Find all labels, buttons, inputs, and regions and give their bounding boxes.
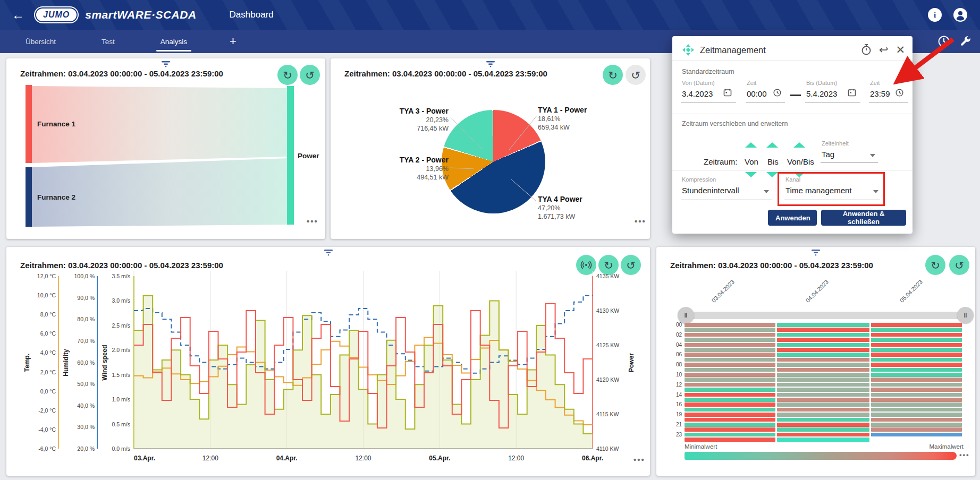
timer-icon[interactable]: [861, 44, 872, 55]
heatmap-cell[interactable]: [871, 413, 962, 417]
filter-icon[interactable]: [485, 60, 496, 67]
undo-icon[interactable]: ↩: [879, 44, 889, 55]
bis-zeit-input[interactable]: 23:59: [870, 89, 890, 98]
time-management-icon[interactable]: [937, 35, 950, 48]
zeiteinheit-select[interactable]: Tag: [822, 150, 834, 159]
chevron-down-icon[interactable]: [873, 190, 878, 193]
add-tab-button[interactable]: +: [230, 35, 236, 48]
heatmap-cell[interactable]: [685, 427, 775, 432]
sankey-flow-furnance2[interactable]: [32, 158, 287, 227]
heatmap-cell[interactable]: [685, 363, 775, 367]
range-slider-handle-left[interactable]: ‖: [678, 307, 694, 323]
heatmap-cell[interactable]: [871, 433, 962, 437]
heatmap-cell[interactable]: [685, 423, 775, 427]
pie-chart[interactable]: [442, 110, 545, 213]
heatmap-cell[interactable]: [777, 338, 869, 342]
heatmap-cell[interactable]: [871, 328, 962, 332]
heatmap-cell[interactable]: [685, 338, 775, 342]
filter-icon[interactable]: [810, 248, 822, 256]
panel-menu-button[interactable]: •••: [307, 217, 318, 226]
heatmap-cell[interactable]: [685, 398, 775, 402]
range-slider-track[interactable]: [685, 312, 966, 319]
chevron-down-icon[interactable]: [870, 154, 875, 157]
heatmap-cell[interactable]: [685, 343, 775, 347]
shift-von-down-button[interactable]: [745, 172, 757, 177]
heatmap-cell[interactable]: [871, 353, 962, 357]
heatmap-cell[interactable]: [871, 363, 962, 367]
heatmap-cell[interactable]: [777, 328, 869, 332]
heatmap-cell[interactable]: [871, 373, 962, 377]
refresh-button[interactable]: ↻: [603, 65, 623, 85]
heatmap-cell[interactable]: [777, 423, 869, 427]
kompression-select[interactable]: Stundenintervall: [682, 186, 739, 195]
kanal-select[interactable]: Time management: [785, 186, 852, 195]
heatmap-cell[interactable]: [777, 373, 869, 377]
heatmap-cell[interactable]: [871, 358, 962, 362]
close-icon[interactable]: ✕: [895, 44, 905, 55]
heatmap-cell[interactable]: [871, 408, 962, 412]
line-chart[interactable]: 12,0 °C10,0 °C8,0 °C6,0 °C4,0 °C2,0 °C0,…: [6, 247, 650, 476]
heatmap-cell[interactable]: [871, 348, 962, 352]
history-button[interactable]: ↺: [949, 255, 969, 275]
sankey-node-furnance1[interactable]: [26, 85, 32, 163]
heatmap-cell[interactable]: [871, 333, 962, 337]
von-zeit-input[interactable]: 00:00: [747, 89, 767, 98]
heatmap-cell[interactable]: [685, 433, 775, 437]
von-datum-input[interactable]: 3.4.2023: [682, 89, 713, 98]
heatmap-cell[interactable]: [685, 353, 775, 357]
heatmap-cell[interactable]: [777, 333, 869, 337]
heatmap-cell[interactable]: [871, 423, 962, 427]
heatmap-cell[interactable]: [685, 348, 775, 352]
heatmap-cell[interactable]: [685, 438, 775, 442]
clock-icon[interactable]: [773, 89, 781, 97]
heatmap-cell[interactable]: [685, 402, 775, 407]
heatmap-cell[interactable]: [685, 323, 775, 327]
heatmap-cell[interactable]: [685, 388, 775, 392]
heatmap-cell[interactable]: [777, 418, 869, 422]
info-icon[interactable]: i: [928, 8, 942, 22]
heatmap-cell[interactable]: [685, 408, 775, 412]
heatmap-cell[interactable]: [685, 378, 775, 382]
heatmap-cell[interactable]: [685, 333, 775, 337]
shift-bis-up-button[interactable]: [766, 142, 778, 148]
shift-bis-down-button[interactable]: [766, 172, 778, 177]
heatmap-cell[interactable]: [871, 398, 962, 402]
heatmap-cell[interactable]: [777, 388, 869, 392]
shift-von-up-button[interactable]: [745, 142, 757, 148]
heatmap-cell[interactable]: [871, 393, 962, 397]
heatmap-cell[interactable]: [777, 427, 869, 432]
calendar-icon[interactable]: [848, 88, 856, 97]
sankey-node-power[interactable]: [287, 86, 294, 225]
shift-vonbis-up-button[interactable]: [793, 142, 805, 148]
heatmap-cell[interactable]: [871, 343, 962, 347]
heatmap-cell[interactable]: [871, 418, 962, 422]
heatmap-cell[interactable]: [871, 402, 962, 407]
heatmap-cell[interactable]: [685, 358, 775, 362]
heatmap-cell[interactable]: [777, 402, 869, 407]
tab-uebersicht[interactable]: Übersicht: [21, 30, 60, 53]
history-button[interactable]: ↺: [626, 65, 646, 85]
heatmap-cell[interactable]: [777, 378, 869, 382]
heatmap-cell[interactable]: [777, 343, 869, 347]
heatmap-cell[interactable]: [777, 348, 869, 352]
heatmap-cell[interactable]: [777, 353, 869, 357]
apply-close-button[interactable]: Anwenden & schließen: [821, 210, 906, 226]
wrench-icon[interactable]: [959, 35, 971, 48]
heatmap-cell[interactable]: [685, 373, 775, 377]
panel-menu-button[interactable]: •••: [959, 451, 970, 459]
heatmap-cell[interactable]: [777, 433, 869, 437]
heatmap-cell[interactable]: [871, 338, 962, 342]
tab-test[interactable]: Test: [97, 30, 119, 53]
apply-button[interactable]: Anwenden: [768, 210, 817, 226]
heatmap-cell[interactable]: [685, 393, 775, 397]
heatmap-cell[interactable]: [685, 383, 775, 387]
sankey-node-furnance2[interactable]: [26, 167, 32, 227]
heatmap-cell[interactable]: [777, 413, 869, 417]
calendar-icon[interactable]: [723, 88, 732, 97]
refresh-button[interactable]: ↻: [925, 255, 945, 275]
heatmap-cell[interactable]: [871, 388, 962, 392]
heatmap-cell[interactable]: [777, 323, 869, 327]
heatmap-cell[interactable]: [685, 368, 775, 372]
heatmap-cell[interactable]: [777, 393, 869, 397]
chevron-down-icon[interactable]: [764, 190, 769, 193]
